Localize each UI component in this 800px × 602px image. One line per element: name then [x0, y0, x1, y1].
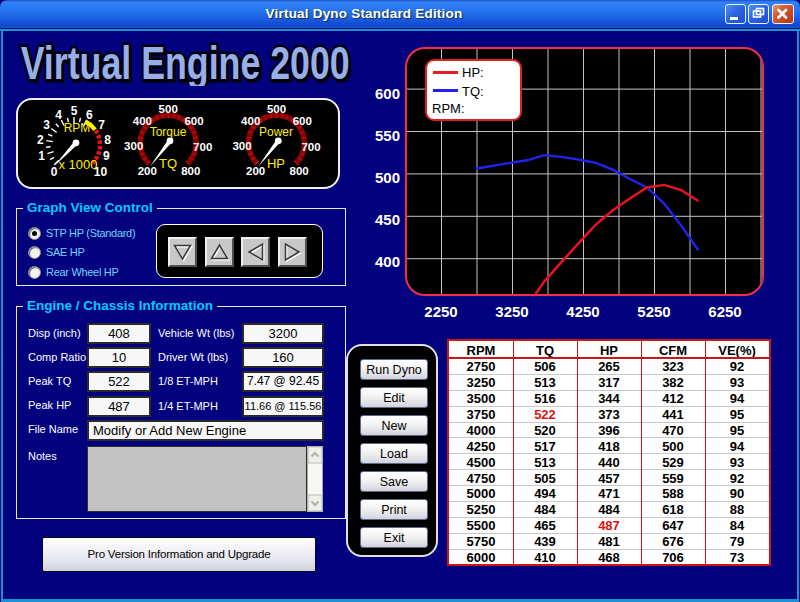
svg-text:HP: HP — [267, 156, 285, 171]
svg-text:400: 400 — [241, 115, 260, 127]
svg-text:800: 800 — [181, 165, 200, 177]
svg-text:Power: Power — [259, 125, 293, 139]
svg-text:9: 9 — [103, 149, 110, 163]
svg-text:700: 700 — [193, 141, 212, 153]
svg-text:800: 800 — [290, 165, 309, 177]
svg-text:7: 7 — [98, 118, 105, 132]
svg-text:5: 5 — [71, 104, 78, 118]
svg-text:4: 4 — [55, 108, 62, 122]
svg-text:600: 600 — [184, 115, 203, 127]
svg-text:RPM: RPM — [64, 121, 91, 135]
svg-text:2: 2 — [37, 133, 44, 147]
svg-text:6: 6 — [86, 108, 93, 122]
svg-text:200: 200 — [246, 165, 265, 177]
svg-text:600: 600 — [293, 115, 312, 127]
svg-text:700: 700 — [301, 141, 320, 153]
svg-text:300: 300 — [232, 140, 251, 152]
svg-text:x 1000: x 1000 — [58, 157, 97, 172]
svg-text:0: 0 — [51, 165, 58, 179]
svg-text:500: 500 — [267, 103, 286, 115]
svg-text:500: 500 — [159, 103, 178, 115]
svg-text:8: 8 — [104, 133, 111, 147]
svg-text:Torque: Torque — [150, 125, 187, 139]
svg-text:200: 200 — [138, 165, 157, 177]
svg-text:Virtual Engine 2000: Virtual Engine 2000 — [21, 38, 350, 86]
svg-text:1: 1 — [38, 149, 45, 163]
svg-text:300: 300 — [124, 140, 143, 152]
svg-text:TQ: TQ — [159, 156, 177, 171]
svg-text:3: 3 — [43, 118, 50, 132]
